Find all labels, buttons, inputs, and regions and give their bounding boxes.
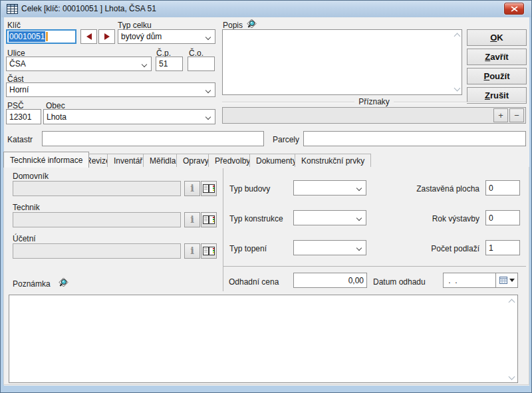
- magnifier-icon[interactable]: [58, 277, 69, 289]
- priznaky-add-button[interactable]: +: [493, 108, 508, 122]
- ulice-value: ČSA: [9, 59, 26, 68]
- katastr-label: Katastr: [7, 135, 33, 144]
- typ-konstrukce-select[interactable]: [293, 210, 366, 225]
- ucetni-addressbook-button[interactable]: [201, 243, 217, 259]
- rok-vystavby-input[interactable]: [485, 210, 520, 225]
- obec-select[interactable]: Lhota: [43, 109, 215, 124]
- tab-konstrukcni-prvky[interactable]: Konstrukční prvky: [295, 154, 371, 167]
- ucetni-info-button[interactable]: i: [184, 243, 200, 259]
- popis-textarea[interactable]: [222, 29, 462, 95]
- ucetni-field: [13, 243, 181, 259]
- title-bar[interactable]: Celek [klíč: 00010051 ] Lhota, ČSA 51: [1, 1, 532, 17]
- priznaky-field: [222, 107, 526, 124]
- chevron-down-icon: [356, 186, 362, 191]
- chevron-down-icon: [205, 88, 211, 93]
- typ-budovy-select[interactable]: [293, 180, 366, 196]
- poznamka-label: Poznámka: [13, 279, 51, 289]
- info-icon: i: [190, 246, 194, 256]
- info-icon: i: [190, 215, 194, 225]
- address-book-icon: [203, 215, 215, 225]
- cast-value: Horní: [9, 85, 29, 94]
- technik-info-button[interactable]: i: [184, 212, 200, 227]
- ulice-select[interactable]: ČSA: [6, 57, 152, 71]
- priznaky-legend: Příznaky: [222, 97, 526, 106]
- pocet-podlazi-input[interactable]: [485, 240, 520, 255]
- datum-odhadu-label: Datum odhadu: [373, 277, 426, 287]
- katastr-input[interactable]: [42, 131, 264, 146]
- odhadni-cena-label: Odhadní cena: [229, 277, 279, 287]
- previous-record-button[interactable]: [80, 29, 97, 44]
- technik-field: [13, 212, 181, 227]
- obec-value: Lhota: [47, 112, 66, 122]
- calendar-icon: [499, 277, 507, 284]
- klic-input[interactable]: 00010051: [6, 29, 76, 44]
- address-book-icon: [203, 184, 215, 194]
- tab-technicke-informace[interactable]: Technické informace: [3, 152, 89, 168]
- horizontal-divider: [223, 266, 526, 267]
- odhadni-cena-input[interactable]: [293, 273, 367, 288]
- typ-celku-value: bytový dům: [121, 32, 162, 41]
- vertical-divider: [223, 168, 223, 291]
- typ-celku-select[interactable]: bytový dům: [118, 29, 215, 44]
- window-title: Celek [klíč: 00010051 ] Lhota, ČSA 51: [21, 4, 156, 13]
- co-input[interactable]: [188, 57, 215, 71]
- technik-label: Technik: [13, 203, 40, 212]
- psc-input[interactable]: [6, 109, 41, 124]
- priznaky-remove-button[interactable]: −: [509, 108, 524, 122]
- ucetni-label: Účetní: [13, 234, 36, 243]
- info-icon: i: [190, 184, 194, 194]
- cast-select[interactable]: Horní: [6, 82, 215, 97]
- chevron-down-icon: [205, 114, 211, 120]
- domovnik-addressbook-button[interactable]: [201, 181, 217, 196]
- typ-konstrukce-label: Typ konstrukce: [229, 214, 283, 223]
- dialog-window: Celek [klíč: 00010051 ] Lhota, ČSA 51 Kl…: [0, 0, 532, 393]
- poznamka-textarea[interactable]: [9, 295, 518, 383]
- datum-odhadu-input[interactable]: [443, 273, 496, 288]
- magnifier-icon[interactable]: [246, 19, 257, 30]
- parcely-input[interactable]: [303, 131, 526, 146]
- close-icon: [511, 6, 518, 12]
- pocet-podlazi-label: Počet podlaží: [400, 244, 479, 253]
- rok-vystavby-label: Rok výstavby: [400, 214, 479, 223]
- typ-celku-label: Typ celku: [118, 21, 152, 30]
- table-icon: [7, 4, 18, 14]
- typ-topeni-select[interactable]: [293, 240, 366, 255]
- cp-input[interactable]: [156, 57, 183, 71]
- domovnik-field: [13, 181, 181, 196]
- chevron-down-icon: [356, 245, 362, 251]
- typ-budovy-label: Typ budovy: [229, 184, 270, 194]
- klic-label: Klíč: [7, 21, 21, 30]
- zastavena-plocha-label: Zastavěná plocha: [400, 184, 479, 194]
- chevron-down-icon: [205, 35, 211, 40]
- address-book-icon: [203, 246, 215, 256]
- technik-addressbook-button[interactable]: [201, 212, 217, 227]
- parcely-label: Parcely: [273, 135, 299, 144]
- date-picker-button[interactable]: [495, 273, 518, 288]
- chevron-down-icon: [356, 215, 362, 221]
- next-record-button[interactable]: [98, 29, 115, 44]
- domovnik-info-button[interactable]: i: [184, 181, 200, 196]
- popis-label: Popis: [223, 21, 243, 30]
- apply-button[interactable]: Použít: [467, 68, 527, 84]
- close-button[interactable]: [504, 3, 524, 15]
- ok-button[interactable]: OK: [467, 29, 527, 46]
- domovnik-label: Domovník: [13, 172, 49, 181]
- text-caret: [46, 32, 48, 41]
- chevron-down-icon: [509, 279, 515, 282]
- zastavena-plocha-input[interactable]: [485, 180, 520, 196]
- arrow-left-icon: [86, 33, 92, 40]
- arrow-right-icon: [104, 33, 110, 40]
- klic-selected-text: 00010051: [9, 31, 45, 42]
- typ-topeni-label: Typ topení: [229, 244, 267, 253]
- chevron-down-icon: [142, 62, 147, 67]
- close-dialog-button[interactable]: Zavřít: [467, 49, 527, 65]
